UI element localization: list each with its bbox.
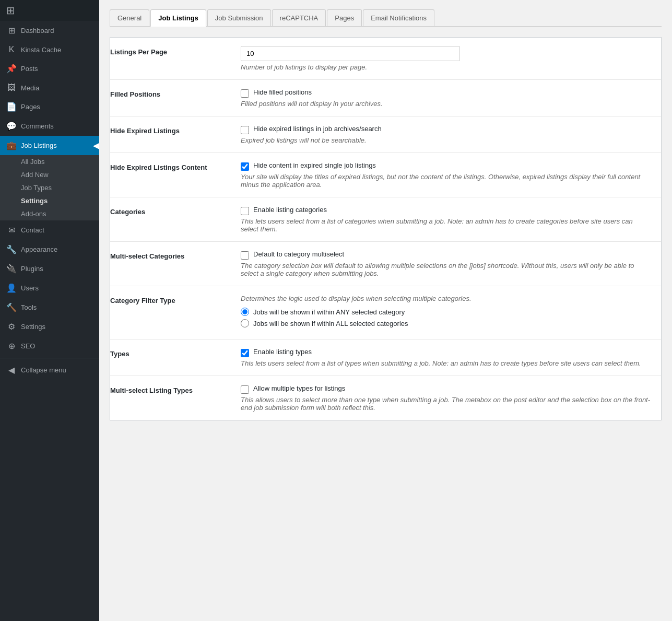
checkbox-row-hide-expired: Hide expired listings in job archives/se… [241, 125, 651, 134]
sidebar-sub-all-jobs[interactable]: All Jobs [0, 155, 99, 168]
label-multiselect-categories: Multi-select Categories [110, 242, 230, 286]
sidebar-item-posts[interactable]: 📌 Posts [0, 59, 99, 78]
value-hide-expired-content: Hide content in expired single job listi… [230, 153, 661, 197]
job-listings-icon: 💼 [6, 140, 17, 150]
checkbox-row-categories: Enable listing categories [241, 206, 651, 215]
filled-positions-checkbox[interactable] [241, 89, 249, 98]
sidebar-item-seo[interactable]: ⊕ SEO [0, 336, 99, 356]
category-filter-all-label[interactable]: Jobs will be shown if within ALL selecte… [253, 320, 408, 327]
sidebar-label-users: Users [21, 284, 39, 292]
types-label[interactable]: Enable listing types [253, 348, 312, 356]
tab-job-submission[interactable]: Job Submission [207, 9, 271, 26]
sidebar-sub-add-new[interactable]: Add New [0, 168, 99, 181]
sidebar-item-plugins[interactable]: 🔌 Plugins [0, 259, 99, 278]
label-listings-per-page: Listings Per Page [110, 38, 230, 79]
sidebar-label-contact: Contact [21, 226, 44, 234]
sidebar-item-contact[interactable]: ✉ Contact [0, 220, 99, 240]
categories-checkbox[interactable] [241, 207, 249, 215]
tab-job-listings[interactable]: Job Listings [150, 9, 206, 27]
wp-logo-icon: ⊞ [6, 4, 15, 17]
multiselect-categories-label[interactable]: Default to category multiselect [253, 250, 344, 258]
hide-expired-label[interactable]: Hide expired listings in job archives/se… [253, 125, 382, 133]
sidebar-item-comments[interactable]: 💬 Comments [0, 116, 99, 136]
pages-icon: 📄 [6, 102, 17, 112]
value-categories: Enable listing categories This lets user… [230, 197, 661, 241]
sidebar-label-pages: Pages [21, 103, 40, 111]
hide-expired-content-label[interactable]: Hide content in expired single job listi… [253, 161, 376, 169]
appearance-icon: 🔧 [6, 244, 17, 254]
sidebar-label-tools: Tools [21, 303, 37, 311]
sidebar-item-users[interactable]: 👤 Users [0, 278, 99, 298]
row-filled-positions: Filled Positions Hide filled positions F… [110, 80, 661, 116]
sidebar-item-dashboard[interactable]: ⊞ Dashboard [0, 21, 99, 40]
sidebar-label-media: Media [21, 84, 39, 92]
sidebar-sub-job-types[interactable]: Job Types [0, 181, 99, 194]
posts-icon: 📌 [6, 64, 17, 74]
tab-general[interactable]: General [110, 9, 149, 26]
sidebar-label-dashboard: Dashboard [21, 27, 54, 34]
value-types: Enable listing types This lets users sel… [230, 339, 661, 376]
value-filled-positions: Hide filled positions Filled positions w… [230, 80, 661, 116]
label-multiselect-types: Multi-select Listing Types [110, 376, 230, 420]
settings-tabs: General Job Listings Job Submission reCA… [110, 9, 662, 27]
row-multiselect-types: Multi-select Listing Types Allow multipl… [110, 376, 661, 420]
multiselect-categories-checkbox[interactable] [241, 251, 249, 260]
types-checkbox[interactable] [241, 349, 249, 357]
filled-positions-label[interactable]: Hide filled positions [253, 88, 312, 96]
radio-row-all: Jobs will be shown if within ALL selecte… [241, 319, 651, 327]
sidebar-label-plugins: Plugins [21, 265, 43, 273]
hide-expired-content-hint: Your site will display the titles of exp… [241, 173, 651, 189]
value-category-filter: Determines the logic used to display job… [230, 286, 661, 339]
sidebar-item-job-listings[interactable]: 💼 Job Listings ◀ [0, 136, 99, 155]
sidebar-label-kinsta: Kinsta Cache [21, 46, 61, 54]
settings-icon: ⚙ [6, 322, 17, 332]
radio-row-any: Jobs will be shown if within ANY selecte… [241, 308, 651, 316]
multiselect-types-checkbox[interactable] [241, 385, 249, 394]
sidebar-sub-addons[interactable]: Add-ons [0, 207, 99, 220]
value-hide-expired: Hide expired listings in job archives/se… [230, 116, 661, 153]
tab-email-notifications[interactable]: Email Notifications [363, 9, 434, 26]
label-category-filter: Category Filter Type [110, 286, 230, 339]
category-filter-description: Determines the logic used to display job… [241, 295, 651, 302]
plugins-icon: 🔌 [6, 264, 17, 274]
value-listings-per-page: Number of job listings to display per pa… [230, 38, 661, 79]
collapse-icon: ◀ [6, 365, 17, 375]
category-filter-any-radio[interactable] [241, 308, 249, 316]
label-categories: Categories [110, 197, 230, 241]
hide-expired-checkbox[interactable] [241, 126, 249, 134]
kinsta-icon: K [6, 45, 17, 54]
value-multiselect-types: Allow multiple types for listings This a… [230, 376, 661, 420]
seo-icon: ⊕ [6, 341, 17, 351]
tab-recaptcha[interactable]: reCAPTCHA [272, 9, 326, 26]
sidebar-sub-settings[interactable]: Settings [0, 194, 99, 207]
sidebar-item-settings[interactable]: ⚙ Settings [0, 317, 99, 336]
sidebar-item-kinsta-cache[interactable]: K Kinsta Cache [0, 40, 99, 59]
chevron-icon: ◀ [93, 140, 99, 150]
sidebar-label-settings: Settings [21, 323, 45, 331]
value-multiselect-categories: Default to category multiselect The cate… [230, 242, 661, 286]
comments-icon: 💬 [6, 121, 17, 131]
category-filter-any-label[interactable]: Jobs will be shown if within ANY selecte… [253, 308, 405, 316]
label-hide-expired: Hide Expired Listings [110, 116, 230, 153]
category-filter-all-radio[interactable] [241, 319, 249, 327]
sidebar-submenu: All Jobs Add New Job Types Settings Add-… [0, 155, 99, 220]
tab-pages[interactable]: Pages [327, 9, 362, 26]
label-types: Types [110, 339, 230, 376]
sidebar-item-tools[interactable]: 🔨 Tools [0, 298, 99, 317]
checkbox-row-multiselect-categories: Default to category multiselect [241, 250, 651, 260]
contact-icon: ✉ [6, 225, 17, 235]
row-hide-expired-content: Hide Expired Listings Content Hide conte… [110, 153, 661, 197]
listings-per-page-input[interactable] [241, 46, 460, 61]
multiselect-categories-hint: The category selection box will default … [241, 262, 651, 277]
row-categories: Categories Enable listing categories Thi… [110, 197, 661, 242]
sidebar-item-media[interactable]: 🖼 Media [0, 78, 99, 97]
hide-expired-content-checkbox[interactable] [241, 162, 249, 171]
sidebar-item-pages[interactable]: 📄 Pages [0, 97, 99, 116]
categories-hint: This lets users select from a list of ca… [241, 217, 651, 233]
sidebar-item-appearance[interactable]: 🔧 Appearance [0, 240, 99, 259]
multiselect-types-label[interactable]: Allow multiple types for listings [253, 384, 345, 392]
hide-expired-hint: Expired job listings will not be searcha… [241, 136, 651, 144]
categories-label[interactable]: Enable listing categories [253, 206, 327, 214]
sidebar-item-collapse[interactable]: ◀ Collapse menu [0, 360, 99, 380]
checkbox-row-hide-expired-content: Hide content in expired single job listi… [241, 161, 651, 171]
